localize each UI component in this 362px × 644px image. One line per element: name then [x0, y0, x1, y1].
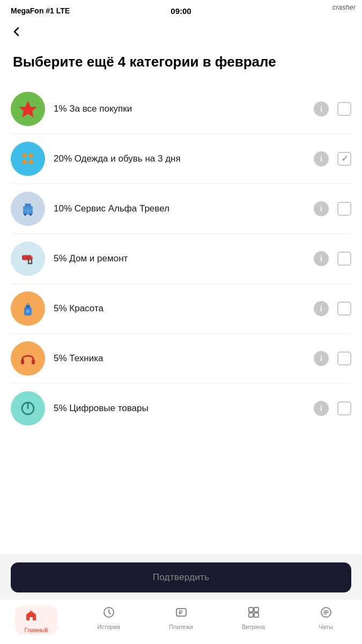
nav-item-history[interactable]: История [72, 603, 145, 635]
svg-rect-13 [22, 256, 32, 259]
list-item: 5% Техника i [11, 334, 351, 384]
category-label-5: 5% Техника [54, 353, 314, 364]
info-button-2[interactable]: i [314, 201, 329, 216]
svg-rect-20 [27, 303, 29, 305]
svg-marker-0 [19, 101, 37, 118]
nav-label-showcase: Витрина [242, 624, 265, 630]
category-icon-allpurchases [11, 92, 45, 126]
category-label-2: 10% Сервис Альфа Тревел [54, 203, 314, 214]
nav-item-payments[interactable]: ₽ Платежи [145, 603, 217, 635]
list-item: 20% Одежда и обувь на 3 дня i [11, 134, 351, 184]
payments-nav-icon: ₽ [175, 606, 188, 622]
checkbox-2[interactable] [337, 202, 351, 216]
nav-item-chats[interactable]: Чаты [290, 603, 362, 635]
list-item: 5% Красота i [11, 284, 351, 334]
confirm-button-wrapper: Подтвердить [0, 554, 362, 599]
svg-point-1 [23, 153, 27, 158]
category-icon-digital [11, 391, 45, 426]
category-label-4: 5% Красота [54, 303, 314, 314]
back-button[interactable] [0, 19, 362, 45]
info-button-6[interactable]: i [314, 401, 329, 416]
list-item: 5% Цифровые товары i [11, 384, 351, 433]
list-item: 1% За все покупки i [11, 84, 351, 134]
nav-label-chats: Чаты [319, 624, 333, 630]
info-button-1[interactable]: i [314, 151, 329, 166]
history-nav-icon [102, 606, 115, 622]
checkbox-4[interactable] [337, 302, 351, 316]
nav-item-showcase[interactable]: Витрина [217, 603, 290, 635]
checkbox-1[interactable] [337, 152, 351, 166]
crasher-label: crasher [333, 3, 356, 11]
nav-label-payments: Платежи [169, 624, 193, 630]
svg-rect-30 [254, 608, 258, 612]
checkbox-3[interactable] [337, 252, 351, 266]
info-button-4[interactable]: i [314, 301, 329, 316]
svg-rect-22 [21, 359, 24, 364]
page-title: Выберите ещё 4 категории в феврале [0, 45, 362, 84]
svg-point-10 [24, 214, 26, 216]
checkbox-6[interactable] [337, 401, 351, 415]
svg-point-11 [29, 214, 32, 216]
nav-label-history: История [97, 624, 120, 630]
checkbox-0[interactable] [337, 102, 351, 116]
category-icon-beauty [11, 291, 45, 326]
category-label-3: 5% Дом и ремонт [54, 253, 314, 264]
checkbox-5[interactable] [337, 352, 351, 365]
category-label-0: 1% За все покупки [54, 104, 314, 114]
svg-rect-29 [249, 608, 253, 612]
category-list: 1% За все покупки i 20% Одежда и обувь н… [0, 84, 362, 433]
svg-point-3 [23, 160, 27, 164]
svg-point-2 [29, 153, 33, 158]
svg-text:₽: ₽ [179, 609, 183, 616]
nav-label-home: Главный [25, 627, 48, 633]
category-label-1: 20% Одежда и обувь на 3 дня [54, 153, 314, 164]
bottom-area: Подтвердить Главный История [0, 554, 362, 644]
time-text: 09:00 [171, 6, 191, 16]
info-button-3[interactable]: i [314, 251, 329, 266]
confirm-button[interactable]: Подтвердить [11, 562, 351, 592]
svg-rect-32 [254, 613, 258, 617]
category-icon-tech [11, 341, 45, 376]
chats-nav-icon [320, 606, 333, 622]
bottom-nav: Главный История ₽ Платежи [0, 599, 362, 644]
category-label-6: 5% Цифровые товары [54, 403, 314, 414]
status-bar: MegaFon #1 LTE 09:00 crasher [0, 0, 362, 19]
svg-point-21 [26, 310, 29, 313]
svg-point-4 [29, 160, 33, 164]
category-icon-travel [11, 192, 45, 226]
info-button-0[interactable]: i [314, 101, 329, 116]
showcase-nav-icon [247, 606, 260, 622]
category-icon-home [11, 241, 45, 276]
svg-rect-31 [249, 613, 253, 617]
category-icon-clothes [11, 142, 45, 176]
carrier-text: MegaFon #1 LTE [11, 6, 70, 15]
svg-rect-23 [32, 359, 35, 364]
list-item: 5% Дом и ремонт i [11, 234, 351, 284]
nav-item-home[interactable]: Главный [0, 603, 72, 635]
home-nav-icon [25, 609, 48, 625]
list-item: 10% Сервис Альфа Тревел i [11, 184, 351, 234]
info-button-5[interactable]: i [314, 351, 329, 366]
